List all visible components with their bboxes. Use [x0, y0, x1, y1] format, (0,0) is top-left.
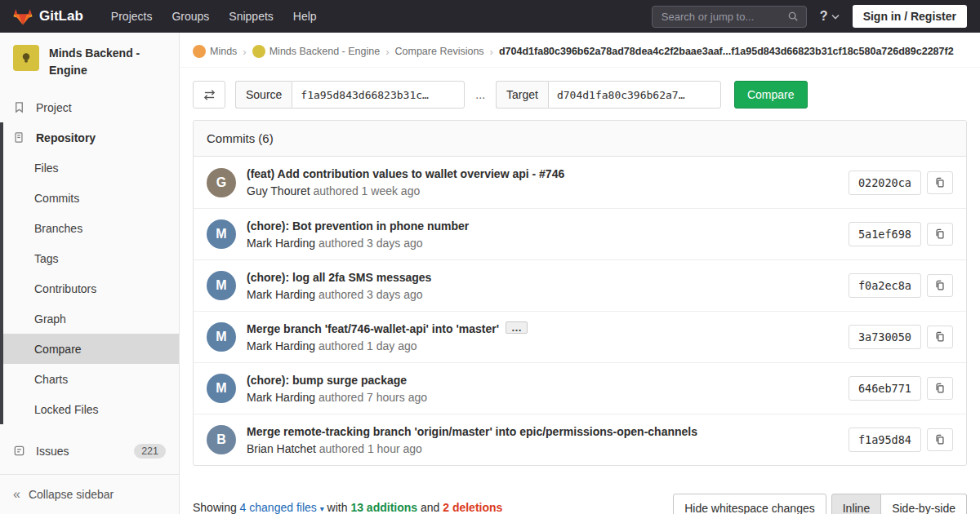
avatar: M	[207, 219, 236, 249]
double-chevron-left-icon: «	[13, 487, 20, 502]
commit-sha: 3a730050	[849, 325, 921, 349]
subnav-label: Graph	[34, 312, 66, 326]
commit-author-link[interactable]: Mark Harding	[247, 391, 315, 404]
commit-row: G (feat) Add contribution values to wall…	[194, 157, 966, 208]
commits-panel: Commits (6) G (feat) Add contribution va…	[193, 120, 967, 466]
main-content: Minds › Minds Backend - Engine › Compare…	[180, 33, 980, 514]
copy-sha-button[interactable]	[927, 428, 953, 451]
commit-author-link[interactable]: Mark Harding	[247, 237, 315, 250]
sign-in-register-button[interactable]: Sign in / Register	[853, 5, 967, 28]
commits-header: Commits (6)	[194, 121, 966, 157]
sidebar-item-charts[interactable]: Charts	[0, 364, 179, 394]
commit-title-link[interactable]: Merge remote-tracking branch 'origin/mas…	[247, 425, 839, 438]
commit-title-link[interactable]: (chore): bump surge package	[247, 374, 839, 387]
subnav-label: Branches	[34, 222, 82, 235]
commit-authored-time: authored 7 hours ago	[318, 391, 427, 404]
sidebar-item-files[interactable]: Files	[0, 153, 179, 183]
side-by-side-view-button[interactable]: Side-by-side	[881, 494, 967, 514]
deletions-count: 2 deletions	[443, 501, 502, 514]
source-label: Source	[235, 81, 292, 109]
target-ref-input[interactable]	[548, 81, 721, 109]
commit-main: Merge branch 'feat/746-wallet-api' into …	[247, 321, 839, 352]
sidebar-item-project[interactable]: Project	[0, 92, 179, 122]
copy-sha-button[interactable]	[927, 223, 953, 246]
inline-view-button[interactable]: Inline	[831, 494, 881, 514]
breadcrumb: Minds › Minds Backend - Engine › Compare…	[180, 33, 980, 68]
commit-main: (feat) Add contribution values to wallet…	[247, 167, 839, 197]
commit-meta: Brian Hatchet authored 1 hour ago	[247, 442, 839, 455]
menu-item-snippets[interactable]: Snippets	[219, 0, 283, 33]
commit-row: M (chore): bump surge package Mark Hardi…	[194, 362, 966, 414]
repository-icon	[13, 131, 28, 144]
and-label: and	[421, 501, 439, 514]
compare-button[interactable]: Compare	[734, 81, 808, 109]
repository-section: Repository Files Commits Branches Tags C…	[0, 122, 179, 424]
commit-authored-time: authored 1 day ago	[318, 339, 417, 352]
commit-title-link[interactable]: (chore): Bot prevention in phone number	[247, 219, 839, 233]
commit-actions: 5a1ef698	[849, 222, 953, 246]
copy-sha-button[interactable]	[927, 326, 953, 348]
commit-sha: f0a2ec8a	[849, 273, 921, 298]
search-input[interactable]	[660, 10, 782, 24]
commit-title-link[interactable]: (chore): log all 2fa SMS messages	[247, 271, 839, 284]
global-search[interactable]	[652, 6, 807, 28]
copy-sha-button[interactable]	[927, 377, 953, 400]
breadcrumb-section-link[interactable]: Compare Revisions	[395, 46, 484, 57]
repository-subnav: Files Commits Branches Tags Contributors…	[0, 153, 179, 424]
sidebar-item-branches[interactable]: Branches	[0, 213, 179, 243]
sidebar-nav: Project Repository Files Commits Branche	[0, 92, 179, 466]
commit-title-link[interactable]: Merge branch 'feat/746-wallet-api' into …	[247, 322, 499, 335]
subnav-label: Charts	[34, 373, 68, 386]
help-dropdown[interactable]: ?	[820, 9, 840, 24]
swap-revisions-button[interactable]	[193, 81, 225, 109]
menu-item-groups[interactable]: Groups	[162, 0, 219, 33]
changed-files-label: 4 changed files	[240, 501, 317, 514]
sidebar-item-graph[interactable]: Graph	[0, 304, 179, 334]
main-menu: Projects Groups Snippets Help	[101, 0, 327, 33]
commit-author-link[interactable]: Mark Harding	[247, 288, 315, 301]
copy-icon	[934, 331, 946, 343]
breadcrumb-project-link[interactable]: Minds Backend - Engine	[252, 45, 381, 58]
copy-icon	[934, 383, 946, 394]
collapse-sidebar-button[interactable]: « Collapse sidebar	[0, 474, 179, 514]
gitlab-home-link[interactable]: GitLab	[13, 7, 83, 26]
menu-item-help[interactable]: Help	[283, 0, 327, 33]
subnav-label: Contributors	[34, 282, 96, 295]
menu-item-projects[interactable]: Projects	[101, 0, 163, 33]
copy-sha-button[interactable]	[927, 171, 953, 194]
commit-description-expander[interactable]: …	[506, 321, 528, 334]
sidebar-item-issues[interactable]: Issues 221	[0, 436, 179, 466]
sidebar-item-contributors[interactable]: Contributors	[0, 273, 179, 304]
copy-sha-button[interactable]	[927, 274, 953, 297]
hide-whitespace-button[interactable]: Hide whitespace changes	[673, 494, 826, 514]
help-icon: ?	[820, 9, 828, 24]
sidebar-item-locked-files[interactable]: Locked Files	[0, 394, 179, 424]
chevron-right-icon: ›	[243, 46, 246, 58]
source-field-group: Source	[235, 81, 465, 109]
diff-summary-text: Showing 4 changed files ▾ with 13 additi…	[193, 494, 502, 514]
breadcrumb-group-link[interactable]: Minds	[193, 45, 237, 58]
source-ref-input[interactable]	[292, 81, 465, 109]
copy-icon	[934, 434, 946, 445]
commit-title-link[interactable]: (feat) Add contribution values to wallet…	[247, 167, 839, 180]
subnav-label: Compare	[34, 343, 82, 356]
commit-sha: 646eb771	[849, 376, 921, 401]
bookmark-icon	[13, 101, 28, 114]
sidebar-item-repository[interactable]: Repository	[0, 122, 179, 153]
changed-files-link[interactable]: 4 changed files ▾	[240, 501, 324, 514]
copy-icon	[934, 228, 946, 240]
breadcrumb-current-revisions: d704d1fa80c396b62a78ad78dea4c2f2baae3aaf…	[499, 46, 954, 57]
commit-main: Merge remote-tracking branch 'origin/mas…	[247, 425, 839, 455]
sidebar-item-compare[interactable]: Compare	[0, 334, 179, 364]
sidebar-item-tags[interactable]: Tags	[0, 243, 179, 273]
commit-author-link[interactable]: Mark Harding	[247, 339, 315, 352]
commit-main: (chore): Bot prevention in phone number …	[247, 219, 839, 250]
navbar-right: ? Sign in / Register	[652, 5, 967, 28]
subnav-label: Files	[34, 162, 59, 175]
commit-author-link[interactable]: Brian Hatchet	[247, 442, 316, 455]
chevron-right-icon: ›	[490, 46, 493, 58]
project-context-header[interactable]: Minds Backend - Engine	[0, 33, 179, 87]
commit-meta: Mark Harding authored 3 days ago	[247, 237, 839, 250]
commit-author-link[interactable]: Guy Thouret	[247, 184, 310, 197]
sidebar-item-commits[interactable]: Commits	[0, 183, 179, 213]
